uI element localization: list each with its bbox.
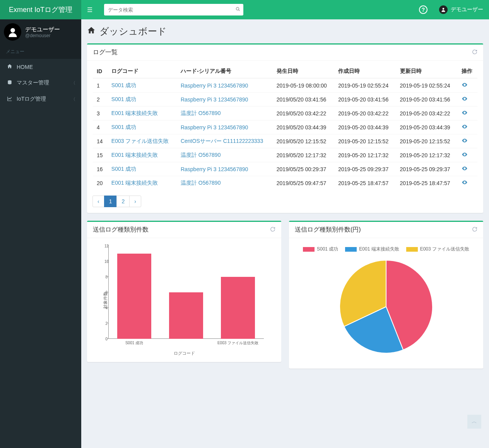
cell-id: 15 [93, 148, 108, 162]
pie-chart [336, 256, 436, 357]
table-column-header: 作成日時 [334, 65, 396, 78]
main-header: Exment IoTログ管理 ☰ ? [0, 0, 489, 19]
legend-item[interactable]: E001 端末接続失敗 [345, 246, 399, 252]
search-input[interactable] [104, 4, 243, 15]
hardware-link[interactable]: CentOSサーバー C111122223333 [181, 138, 263, 144]
cell-created: 2019-05-25 09:29:37 [334, 162, 396, 176]
view-button[interactable] [462, 151, 468, 159]
view-button[interactable] [462, 96, 468, 103]
sidebar-menu: メニュー HOME マスター管理 〈 IoTログ管理 〈 [0, 45, 81, 107]
log-code-link[interactable]: E001 端末接続失敗 [111, 110, 158, 116]
page-title-text: ダッシュボード [99, 25, 167, 38]
hardware-link[interactable]: Raspberry Pi 3 1234567890 [181, 82, 248, 89]
legend-swatch [303, 247, 315, 252]
cell-id: 3 [93, 106, 108, 120]
cell-occurred: 2019/05/20 12:17:32 [273, 148, 334, 162]
cell-occurred: 2019/05/20 12:15:52 [273, 134, 334, 148]
svg-point-2 [443, 8, 445, 10]
log-code-link[interactable]: S001 成功 [111, 96, 137, 102]
scroll-to-top-button[interactable]: ︿ [467, 415, 481, 429]
log-code-link[interactable]: E001 端末接続失敗 [111, 152, 158, 158]
home-icon [6, 64, 14, 70]
home-icon [87, 26, 96, 37]
refresh-button[interactable] [472, 49, 477, 56]
user-avatar-icon [4, 23, 21, 41]
search-icon [236, 7, 240, 13]
pie-chart-box: 送信ログ種類別件数(円) S001 成功E001 端末接続失敗E003 ファイル… [289, 221, 483, 369]
cell-created: 2019-05-20 12:15:52 [334, 134, 396, 148]
log-code-link[interactable]: E003 ファイル送信失敗 [111, 138, 169, 144]
cell-occurred: 2019/05/20 03:44:39 [273, 120, 334, 134]
hardware-link[interactable]: 温度計 O567890 [181, 180, 221, 186]
cell-updated: 2019-05-25 09:29:37 [396, 162, 458, 176]
user-display-name: デモユーザー [451, 6, 483, 13]
user-menu[interactable]: デモユーザー [433, 0, 489, 19]
bar-plot-area: S001 成功E003 ファイル送信失敗 [108, 246, 264, 339]
hardware-link[interactable]: 温度計 O567890 [181, 110, 221, 116]
chevron-up-icon: ︿ [472, 418, 477, 425]
hardware-link[interactable]: 温度計 O567890 [181, 152, 221, 158]
view-button[interactable] [462, 82, 468, 89]
legend-item[interactable]: E003 ファイル送信失敗 [406, 246, 469, 252]
sidebar-item-label: HOME [17, 64, 33, 70]
cell-id: 1 [93, 78, 108, 93]
table-column-header: ハード-シリアル番号 [177, 65, 273, 78]
table-row: 4S001 成功Raspberry Pi 3 12345678902019/05… [93, 120, 477, 134]
sidebar-toggle-button[interactable]: ☰ [81, 0, 98, 19]
table-column-header: 発生日時 [273, 65, 334, 78]
cell-created: 2019-05-20 03:41:56 [334, 93, 396, 106]
help-button[interactable]: ? [413, 0, 433, 19]
cell-occurred: 2019-05-19 08:00:00 [273, 78, 334, 93]
log-code-link[interactable]: S001 成功 [111, 166, 137, 172]
sidebar-item-iotlog[interactable]: IoTログ管理 〈 [0, 91, 81, 107]
refresh-button[interactable] [472, 227, 477, 233]
legend-item[interactable]: S001 成功 [303, 246, 338, 252]
hardware-link[interactable]: Raspberry Pi 3 1234567890 [181, 96, 248, 103]
view-button[interactable] [462, 179, 468, 187]
xtick-label: E003 ファイル送信失敗 [217, 340, 258, 346]
ytick-label: 10 [104, 259, 108, 264]
sidebar-item-master[interactable]: マスター管理 〈 [0, 75, 81, 91]
pagination-prev[interactable]: ‹ [92, 196, 104, 207]
sidebar-user-panel: デモユーザー @demouser [0, 19, 81, 45]
pagination-page[interactable]: 2 [116, 196, 130, 207]
sidebar-item-home[interactable]: HOME [0, 59, 81, 75]
svg-point-0 [236, 7, 239, 10]
pagination-next[interactable]: › [129, 196, 141, 207]
svg-line-1 [239, 10, 240, 11]
view-button[interactable] [462, 124, 468, 131]
view-button[interactable] [462, 110, 468, 117]
legend-label: S001 成功 [317, 246, 338, 252]
table-column-header: 更新日時 [396, 65, 458, 78]
log-code-link[interactable]: S001 成功 [111, 124, 137, 130]
sidebar-item-label: マスター管理 [17, 79, 49, 86]
log-list-title: ログ一覧 [93, 48, 118, 57]
refresh-button[interactable] [270, 227, 275, 233]
search-button[interactable] [236, 7, 240, 13]
cell-id: 16 [93, 162, 108, 176]
cell-occurred: 2019/05/25 00:29:37 [273, 162, 334, 176]
sidebar-item-label: IoTログ管理 [17, 96, 46, 103]
table-column-header: 操作 [458, 65, 477, 78]
app-logo[interactable]: Exment IoTログ管理 [0, 0, 81, 19]
top-navbar: ☰ ? デモユーザー [81, 0, 489, 19]
log-list-box: ログ一覧 IDログコードハード-シリアル番号発生日時作成日時更新日時操作 1S0… [87, 43, 483, 213]
table-column-header: ログコード [108, 65, 177, 78]
view-button[interactable] [462, 165, 468, 173]
eye-icon [462, 137, 468, 145]
refresh-icon [270, 227, 275, 233]
help-icon: ? [419, 5, 427, 14]
view-button[interactable] [462, 137, 468, 145]
cell-updated: 2019-05-19 02:55:24 [396, 78, 458, 93]
hardware-link[interactable]: Raspberry Pi 3 1234567890 [181, 166, 248, 172]
log-code-link[interactable]: S001 成功 [111, 82, 137, 88]
table-column-header: ID [93, 65, 108, 78]
log-table: IDログコードハード-シリアル番号発生日時作成日時更新日時操作 1S001 成功… [93, 65, 477, 190]
pagination: ‹12› [93, 196, 477, 207]
log-code-link[interactable]: E001 端末接続失敗 [111, 180, 158, 186]
pagination-page[interactable]: 1 [104, 196, 117, 207]
hardware-link[interactable]: Raspberry Pi 3 1234567890 [181, 124, 248, 130]
linechart-icon [6, 96, 14, 103]
pie-legend: S001 成功E001 端末接続失敗E003 ファイル送信失敗 [299, 246, 474, 252]
cell-updated: 2019-05-25 18:47:57 [396, 176, 458, 190]
